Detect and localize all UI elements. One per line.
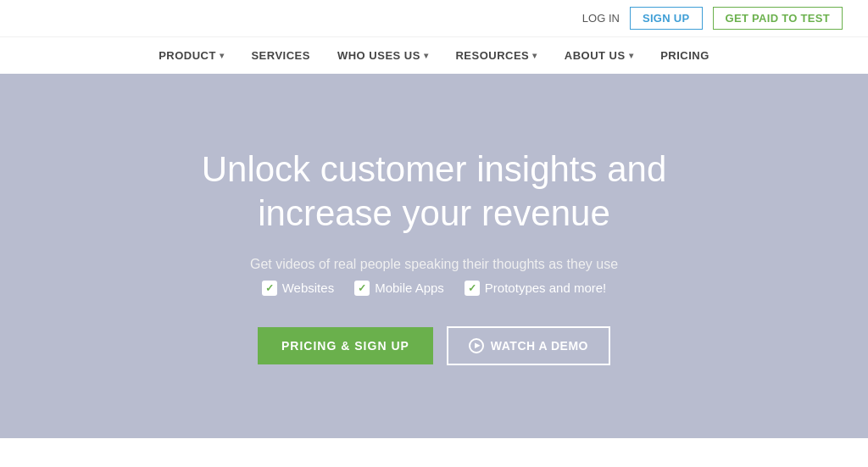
hero-title: Unlock customer insights and increase yo…	[137, 147, 731, 236]
hero-subtitle: Get videos of real people speaking their…	[250, 257, 618, 272]
check-icon	[354, 281, 370, 296]
pricing-signup-button[interactable]: PRICING & SIGN UP	[258, 327, 433, 364]
feature-websites: Websites	[262, 281, 334, 296]
chevron-down-icon: ▾	[424, 51, 429, 60]
nav-item-resources[interactable]: RESOURCES ▾	[455, 49, 537, 62]
nav-item-about-us[interactable]: ABOUT US ▾	[565, 49, 633, 62]
hero-features: Websites Mobile Apps Prototypes and more…	[262, 281, 607, 296]
nav-item-pricing[interactable]: PRICING	[660, 49, 709, 62]
nav-item-product[interactable]: PRODUCT ▾	[159, 49, 224, 62]
signup-button[interactable]: SIGN UP	[630, 7, 703, 30]
header: LOG IN SIGN UP GET PAID TO TEST PRODUCT …	[0, 0, 868, 74]
login-link[interactable]: LOG IN	[582, 12, 620, 25]
chevron-down-icon: ▾	[220, 51, 225, 60]
chevron-down-icon: ▾	[532, 51, 537, 60]
hero-section: Unlock customer insights and increase yo…	[0, 74, 868, 438]
main-nav: PRODUCT ▾ SERVICES WHO USES US ▾ RESOURC…	[0, 37, 868, 74]
nav-item-services[interactable]: SERVICES	[251, 49, 310, 62]
feature-mobile-apps: Mobile Apps	[354, 281, 444, 296]
check-icon	[465, 281, 480, 296]
play-icon	[469, 338, 484, 353]
top-bar: LOG IN SIGN UP GET PAID TO TEST	[0, 0, 868, 37]
nav-item-who-uses-us[interactable]: WHO USES US ▾	[337, 49, 428, 62]
chevron-down-icon: ▾	[629, 51, 634, 60]
watch-demo-button[interactable]: WATCH A DEMO	[447, 326, 610, 365]
check-icon	[262, 281, 277, 296]
hero-buttons: PRICING & SIGN UP WATCH A DEMO	[258, 326, 610, 365]
get-paid-button[interactable]: GET PAID TO TEST	[713, 7, 843, 30]
feature-prototypes: Prototypes and more!	[465, 281, 606, 296]
